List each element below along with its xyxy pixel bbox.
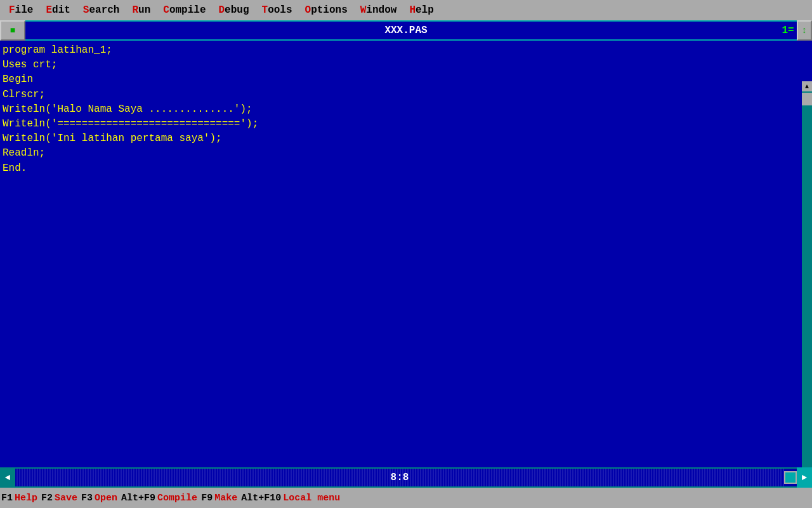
menu-bar: File Edit Search Run Compile Debug Tools… (0, 0, 812, 20)
code-line-4: Clrscr; (3, 88, 799, 102)
code-line-3: Begin (3, 72, 799, 87)
code-line-2: Uses crt; (3, 58, 799, 72)
menu-help[interactable]: Help (403, 2, 440, 18)
scroll-track[interactable] (802, 91, 812, 498)
code-editor[interactable]: program latihan_1; Uses crt; Begin Clrsc… (0, 41, 802, 467)
window-number: 1= (779, 25, 796, 36)
window-system-button[interactable]: ■ (0, 20, 25, 41)
function-key-bar: F1 Help F2 Save F3 Open Alt+F9 Compile F… (0, 488, 812, 508)
code-line-7: Writeln('Ini latihan pertama saya'); (3, 131, 799, 146)
menu-run[interactable]: Run (126, 2, 157, 18)
cursor-position: 8:8 (386, 472, 414, 483)
window-controls: 1= ↕ (779, 20, 812, 41)
scroll-thumb[interactable] (802, 93, 812, 105)
code-line-1: program latihan_1; (3, 43, 799, 58)
code-line-6: Writeln('=============================='… (3, 117, 799, 131)
status-bar: ◄ 8:8 ► (0, 467, 812, 488)
window-title: XXX.PAS (384, 25, 427, 36)
menu-file[interactable]: File (3, 2, 39, 18)
menu-edit[interactable]: Edit (39, 2, 76, 18)
title-bar: ■ XXX.PAS 1= ↕ (0, 20, 812, 41)
code-line-9: End. (3, 161, 799, 176)
menu-window[interactable]: Window (354, 2, 403, 18)
window-maximize-button[interactable]: ↕ (797, 20, 812, 41)
code-line-5: Writeln('Halo Nama Saya ..............')… (3, 102, 799, 117)
menu-compile[interactable]: Compile (157, 2, 212, 18)
f9-make[interactable]: F9 Make (201, 493, 237, 504)
f3-open[interactable]: F3 Open (81, 493, 117, 504)
altf10-localmenu[interactable]: Alt+F10 Local menu (241, 493, 340, 504)
f1-help[interactable]: F1 Help (1, 493, 37, 504)
menu-options[interactable]: Options (299, 2, 354, 18)
scroll-left-button[interactable]: ◄ (0, 467, 15, 488)
scroll-up-arrow[interactable]: ▲ (802, 81, 812, 91)
altf9-compile[interactable]: Alt+F9 Compile (121, 493, 197, 504)
menu-tools[interactable]: Tools (256, 2, 299, 18)
status-scroll-area[interactable]: 8:8 (15, 469, 784, 486)
menu-debug[interactable]: Debug (213, 2, 256, 18)
vertical-scrollbar: ▲ ▼ (802, 81, 812, 508)
scroll-position-indicator[interactable] (784, 471, 797, 484)
menu-search[interactable]: Search (77, 2, 126, 18)
scroll-right-button[interactable]: ► (797, 467, 812, 488)
f2-save[interactable]: F2 Save (41, 493, 77, 504)
code-line-8: Readln; (3, 146, 799, 161)
